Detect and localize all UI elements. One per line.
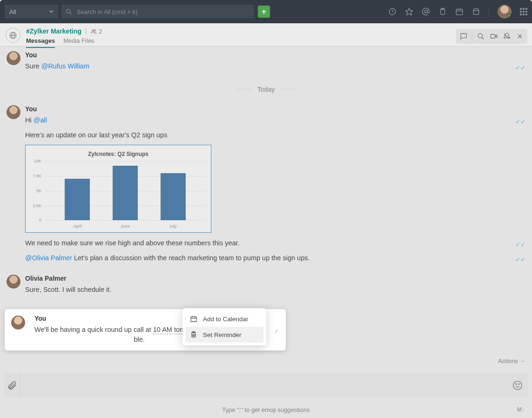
svg-point-15 (94, 29, 96, 31)
paperclip-icon (7, 380, 17, 391)
calendar-icon (190, 315, 197, 323)
avatar[interactable] (7, 275, 20, 289)
message-item: You Hi @all ✓✓ Here's an update on our l… (7, 105, 525, 268)
compose-box (4, 373, 528, 398)
mention[interactable]: @Rufus William (41, 62, 89, 70)
channel-members[interactable]: 2 (91, 28, 102, 35)
message-text: @Olivia Palmer Let's plan a discussion w… (25, 253, 525, 263)
chevron-down-icon (520, 358, 525, 364)
menu-set-reminder[interactable]: Set Reminder (185, 327, 263, 343)
market-icon[interactable] (472, 7, 480, 16)
menu-add-to-calendar[interactable]: Add to Calendar (185, 311, 263, 327)
channel-action-bar (456, 29, 527, 44)
message-sender: You (25, 105, 525, 113)
channel-header: #Zylker Marketing | 2 Messages Media Fil… (0, 23, 532, 47)
actions-label: Actions (498, 357, 518, 364)
svg-rect-7 (456, 9, 463, 15)
svg-line-1 (70, 13, 72, 14)
emoji-hint-bar: Type ":" to get emoji suggestions M↓ (0, 401, 532, 418)
clipboard-icon[interactable] (438, 7, 447, 16)
svg-point-16 (478, 34, 482, 38)
sent-check-icon: ✓ (274, 327, 279, 336)
globe-icon (9, 31, 17, 40)
read-check-icon: ✓✓ (515, 255, 525, 264)
chart-bar (113, 166, 138, 220)
chart-title: Zylcnotes: Q2 Signups (30, 151, 206, 157)
svg-point-4 (424, 10, 427, 13)
header-icons (388, 5, 527, 19)
video-icon[interactable] (488, 31, 499, 42)
caret-down-icon (49, 11, 54, 13)
emoji-hint-text: Type ":" to get emoji suggestions (222, 406, 310, 413)
header-divider (489, 7, 489, 16)
chart-bar (161, 173, 186, 221)
svg-marker-3 (406, 8, 413, 15)
people-icon (91, 28, 97, 34)
message-text: Sure, Scott. I will schedule it. (25, 285, 525, 295)
mention-all[interactable]: @all (34, 116, 47, 124)
reminder-icon (190, 331, 197, 338)
calendar-icon[interactable] (455, 7, 464, 16)
read-check-icon: ✓✓ (515, 240, 525, 249)
svg-point-32 (516, 384, 517, 384)
svg-point-14 (92, 29, 94, 31)
message-item: Olivia Palmer Sure, Scott. I will schedu… (7, 275, 525, 300)
message-sender: You (25, 51, 525, 59)
close-icon[interactable] (514, 31, 525, 42)
emoji-button[interactable] (512, 380, 523, 391)
chat-icon[interactable] (458, 31, 469, 42)
chart-card[interactable]: Zylcnotes: Q2 Signups 10K7.5K5K2.5K0 Apr… (25, 145, 211, 233)
app-header: All + (0, 0, 532, 23)
markdown-toggle[interactable]: M↓ (517, 406, 525, 413)
search-icon (66, 8, 72, 15)
compose-input[interactable] (25, 382, 512, 389)
read-check-icon: ✓✓ (515, 117, 525, 127)
search-input-wrap[interactable] (61, 5, 254, 19)
svg-point-33 (519, 384, 519, 384)
search-input[interactable] (77, 8, 249, 15)
history-icon[interactable] (388, 7, 397, 16)
svg-point-31 (513, 381, 522, 390)
mention[interactable]: @Olivia Palmer (25, 254, 72, 262)
smile-icon (512, 380, 523, 391)
message-text: Here's an update on our last year's Q2 s… (25, 130, 525, 141)
channel-avatar[interactable] (6, 28, 20, 43)
day-label: Today (257, 86, 275, 93)
svg-rect-23 (191, 317, 196, 322)
scope-dropdown[interactable]: All (5, 5, 58, 19)
avatar[interactable] (7, 51, 20, 65)
svg-line-17 (482, 37, 484, 39)
svg-rect-18 (491, 34, 495, 38)
star-icon[interactable] (405, 7, 413, 16)
chart-bar (65, 179, 90, 220)
menu-item-label: Set Reminder (203, 331, 242, 338)
user-avatar[interactable] (498, 5, 512, 19)
avatar[interactable] (7, 105, 20, 119)
svg-point-0 (67, 9, 70, 13)
separator: | (85, 27, 87, 35)
scope-dropdown-label: All (9, 8, 16, 15)
plus-icon: + (262, 7, 267, 17)
channel-name[interactable]: #Zylker Marketing (26, 27, 81, 35)
add-button[interactable]: + (258, 6, 270, 18)
message-text: Hi @all ✓✓ (25, 115, 525, 126)
message-text: Sure @Rufus William ✓✓ (25, 61, 525, 72)
member-count: 2 (99, 28, 102, 35)
menu-item-label: Add to Calendar (203, 316, 249, 323)
actions-dropdown[interactable]: Actions (498, 357, 525, 364)
mute-icon[interactable] (501, 31, 512, 42)
attach-button[interactable] (4, 373, 20, 398)
context-menu: Add to Calendar Set Reminder (182, 308, 266, 345)
avatar[interactable] (11, 316, 25, 330)
search-channel-icon[interactable] (475, 31, 486, 42)
message-sender: Olivia Palmer (25, 275, 525, 282)
chart-area: 10K7.5K5K2.5K0 AprilJuneJuly (44, 161, 206, 229)
apps-icon[interactable] (520, 8, 527, 15)
mention-icon[interactable] (422, 7, 430, 16)
day-divider: Today (7, 86, 525, 93)
read-check-icon: ✓✓ (515, 63, 525, 73)
message-text: We need to make sure we rise high and ab… (25, 238, 525, 249)
message-item: You Sure @Rufus William ✓✓ (7, 51, 525, 76)
